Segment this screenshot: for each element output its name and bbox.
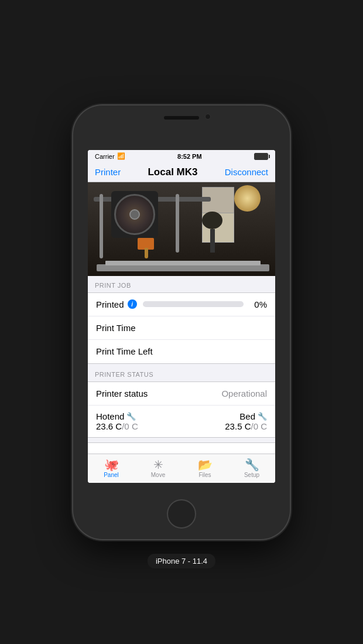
hotend-label: Hotend 🔧 bbox=[96, 411, 182, 421]
battery-container bbox=[254, 153, 268, 160]
weight-handle bbox=[210, 229, 215, 253]
printer-status-label: Printer status bbox=[96, 389, 148, 398]
tab-bar: 🐙 Panel ✳ Move 📂 Files 🔧 Setup bbox=[88, 454, 275, 483]
lamp bbox=[234, 185, 261, 212]
print-job-section-title: PRINT JOB bbox=[95, 282, 131, 289]
rod-right bbox=[176, 194, 179, 253]
carrier-text: Carrier 📶 bbox=[95, 152, 125, 160]
nozzle bbox=[145, 248, 148, 258]
phone-camera bbox=[205, 114, 211, 120]
printer-status-section: Printer status Operational Hotend 🔧 23.6… bbox=[88, 381, 275, 438]
print-surface bbox=[105, 261, 261, 265]
printer-status-section-title: PRINTER STATUS bbox=[95, 371, 153, 378]
phone-device: Carrier 📶 8:52 PM Printer Local MK3 Disc… bbox=[73, 105, 290, 539]
bed-temp: 23.5 C/0 C bbox=[182, 421, 267, 431]
phone-speaker bbox=[164, 116, 199, 120]
progress-percentage: 0% bbox=[249, 299, 267, 309]
weight-object bbox=[202, 212, 222, 253]
setup-label: Setup bbox=[244, 472, 259, 478]
printer-status-row: Printer status Operational bbox=[88, 382, 275, 406]
print-job-header: PRINT JOB bbox=[88, 276, 275, 292]
fan-center bbox=[129, 209, 140, 220]
move-label: Move bbox=[151, 472, 165, 478]
panel-label: Panel bbox=[104, 472, 119, 478]
home-button[interactable] bbox=[167, 499, 196, 529]
phone-screen: Carrier 📶 8:52 PM Printer Local MK3 Disc… bbox=[88, 150, 275, 483]
print-time-row: Print Time bbox=[88, 316, 275, 340]
temp-row: Hotend 🔧 23.6 C/0 C Bed 🔧 bbox=[88, 406, 275, 437]
camera-content bbox=[88, 182, 275, 276]
info-icon[interactable]: i bbox=[128, 299, 137, 309]
move-icon: ✳ bbox=[153, 459, 163, 471]
printed-label: Printed i bbox=[96, 299, 137, 309]
progress-bar-container bbox=[143, 301, 244, 307]
files-label: Files bbox=[198, 472, 211, 478]
files-icon: 📂 bbox=[198, 459, 213, 471]
battery-icon bbox=[254, 153, 268, 160]
tab-files[interactable]: 📂 Files bbox=[182, 454, 228, 483]
print-time-label: Print Time bbox=[96, 323, 136, 333]
spacer-section bbox=[88, 442, 275, 454]
bed-label: Bed 🔧 bbox=[182, 411, 267, 421]
rod-left bbox=[100, 194, 103, 258]
panel-icon: 🐙 bbox=[104, 459, 119, 471]
camera-view bbox=[88, 182, 275, 276]
bed-wrench-icon: 🔧 bbox=[258, 412, 267, 421]
wifi-icon: 📶 bbox=[117, 152, 125, 160]
print-time-left-row: Print Time Left bbox=[88, 340, 275, 363]
phone-wrapper: Carrier 📶 8:52 PM Printer Local MK3 Disc… bbox=[73, 105, 290, 539]
disconnect-button[interactable]: Disconnect bbox=[225, 167, 268, 177]
battery-fill bbox=[255, 154, 268, 159]
carrier-label: Carrier bbox=[95, 153, 115, 160]
back-button[interactable]: Printer bbox=[95, 167, 121, 177]
tab-setup[interactable]: 🔧 Setup bbox=[228, 454, 275, 483]
hotend-wrench-icon: 🔧 bbox=[126, 412, 136, 421]
nav-title: Local MK3 bbox=[148, 166, 197, 178]
status-bar: Carrier 📶 8:52 PM bbox=[88, 150, 275, 163]
print-time-left-label: Print Time Left bbox=[96, 346, 153, 356]
content-area: PRINT JOB Printed i 0% bbox=[88, 276, 275, 454]
tab-move[interactable]: ✳ Move bbox=[135, 454, 182, 483]
tab-panel[interactable]: 🐙 Panel bbox=[88, 454, 135, 483]
hotend-section: Hotend 🔧 23.6 C/0 C bbox=[96, 411, 182, 431]
printed-row: Printed i 0% bbox=[88, 293, 275, 316]
status-time: 8:52 PM bbox=[177, 153, 202, 160]
printer-status-value: Operational bbox=[221, 389, 267, 398]
setup-icon: 🔧 bbox=[245, 459, 259, 471]
nav-bar: Printer Local MK3 Disconnect bbox=[88, 163, 275, 182]
hotend-temp: 23.6 C/0 C bbox=[96, 421, 182, 431]
bed-section: Bed 🔧 23.5 C/0 C bbox=[182, 411, 267, 431]
print-job-section: Printed i 0% Print Time bbox=[88, 292, 275, 364]
printer-status-header: PRINTER STATUS bbox=[88, 365, 275, 381]
weight-top bbox=[202, 212, 222, 229]
device-label: iPhone 7 - 11.4 bbox=[148, 554, 215, 568]
